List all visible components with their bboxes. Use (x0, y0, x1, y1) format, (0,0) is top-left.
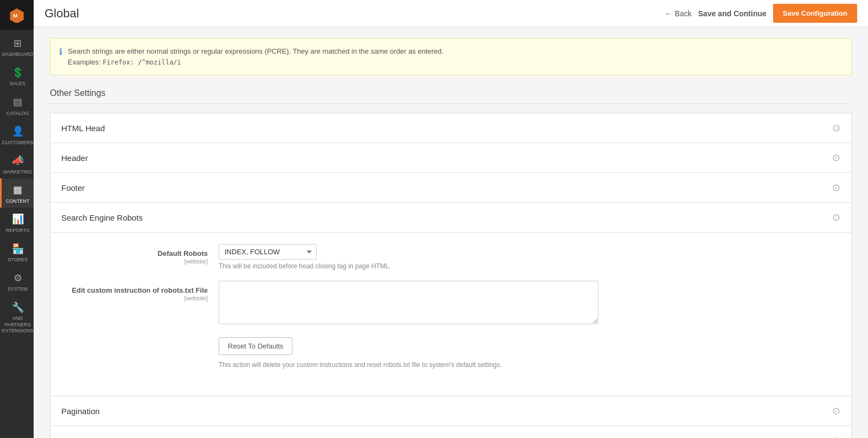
panel-search-engine-robots-toggle: ⊙ (832, 211, 840, 223)
sidebar-item-extensions-label: AND PARTNERS EXTENSIONS (2, 315, 34, 334)
extensions-icon: 🔧 (12, 301, 24, 314)
svg-text:M: M (13, 12, 17, 18)
panel-pagination-header[interactable]: Pagination ⊙ (50, 396, 851, 426)
info-example-label: Examples: (68, 58, 101, 66)
panel-footer-toggle: ⊙ (832, 182, 840, 194)
sidebar-item-system-label: SYSTEM (8, 286, 28, 293)
panel-header: Header ⊙ (50, 143, 852, 172)
sidebar-item-stores-label: STORES (8, 257, 28, 263)
sidebar-item-extensions[interactable]: 🔧 AND PARTNERS EXTENSIONS (0, 296, 34, 338)
panel-pagination-toggle: ⊙ (832, 405, 840, 417)
panel-footer: Footer ⊙ (50, 172, 852, 202)
info-box: ℹ Search strings are either normal strin… (50, 38, 852, 75)
sidebar-logo: M (0, 0, 34, 30)
topbar: Global ← Back Save and Continue Save Con… (34, 0, 868, 27)
sidebar: M ⊞ DASHBOARD 💲 SALES ▤ CATALOG 👤 CUSTOM… (0, 0, 34, 438)
panel-footer-title: Footer (61, 183, 85, 192)
save-config-button[interactable]: Save Configuration (773, 4, 857, 23)
panel-watermarks-header[interactable]: Product Image Watermarks ⊙ (50, 426, 851, 438)
sidebar-item-customers[interactable]: 👤 CUSTOMERS (0, 120, 34, 149)
panel-watermarks-toggle: ⊙ (832, 435, 840, 438)
topbar-actions: ← Back Save and Continue Save Configurat… (665, 4, 857, 23)
panels-container: HTML Head ⊙ Header ⊙ Footer ⊙ (50, 113, 852, 438)
save-continue-label: Save and Continue (698, 9, 767, 18)
panel-html-head-toggle: ⊙ (832, 122, 840, 134)
reset-label-col (67, 337, 219, 342)
reports-icon: 📊 (12, 213, 24, 226)
panel-watermarks: Product Image Watermarks ⊙ (50, 426, 852, 438)
panel-search-engine-robots-header[interactable]: Search Engine Robots ⊙ (50, 203, 851, 233)
section-heading: Other Settings (50, 88, 852, 104)
back-arrow-icon: ← (665, 9, 672, 18)
sidebar-item-reports[interactable]: 📊 Reports (0, 208, 34, 237)
save-config-label: Save Configuration (783, 9, 847, 17)
default-robots-select[interactable]: INDEX, FOLLOW NOINDEX, NOFOLLOW NOINDEX,… (219, 244, 317, 260)
panel-html-head: HTML Head ⊙ (50, 113, 852, 143)
reset-control: Reset To Defaults This action will delet… (219, 337, 835, 369)
edit-custom-control (219, 281, 835, 326)
edit-custom-label-col: Edit custom instruction of robots.txt Fi… (67, 281, 219, 301)
sidebar-item-dashboard[interactable]: ⊞ DASHBOARD (0, 32, 34, 61)
content-area: ℹ Search strings are either normal strin… (34, 27, 868, 438)
panel-header-title: Header (61, 153, 88, 163)
panel-search-engine-robots-title: Search Engine Robots (61, 213, 143, 222)
catalog-icon: ▤ (13, 96, 22, 108)
reset-row: Reset To Defaults This action will delet… (67, 337, 835, 369)
sales-icon: 💲 (12, 67, 24, 79)
panel-html-head-header[interactable]: HTML Head ⊙ (50, 113, 851, 143)
panel-search-engine-robots: Search Engine Robots ⊙ Default Robots [w… (50, 202, 852, 396)
marketing-icon: 📣 (12, 154, 24, 167)
info-icon: ℹ (59, 47, 62, 57)
default-robots-row: Default Robots [website] INDEX, FOLLOW N… (67, 244, 835, 270)
default-robots-label-col: Default Robots [website] (67, 244, 219, 265)
panel-header-header[interactable]: Header ⊙ (50, 143, 851, 172)
save-continue-button[interactable]: Save and Continue (698, 9, 767, 18)
back-button-label: Back (675, 9, 692, 18)
panel-html-head-title: HTML Head (61, 124, 105, 133)
edit-custom-sublabel: [website] (67, 295, 208, 301)
content-icon: ▦ (13, 184, 22, 196)
sidebar-item-sales[interactable]: 💲 SALES (0, 61, 34, 91)
back-button[interactable]: ← Back (665, 9, 692, 18)
default-robots-label: Default Robots (158, 249, 208, 257)
system-icon: ⚙ (14, 272, 22, 285)
sidebar-item-marketing-label: MARKETING (3, 169, 33, 176)
panel-search-engine-robots-body: Default Robots [website] INDEX, FOLLOW N… (50, 233, 851, 396)
sidebar-item-reports-label: Reports (6, 228, 29, 234)
sidebar-item-catalog[interactable]: ▤ CATALOG (0, 91, 34, 120)
info-text: Search strings are either normal strings… (68, 46, 444, 67)
customers-icon: 👤 (12, 125, 24, 138)
info-main-text: Search strings are either normal strings… (68, 47, 444, 55)
edit-custom-label: Edit custom instruction of robots.txt Fi… (72, 286, 208, 294)
robots-txt-textarea[interactable] (219, 281, 598, 324)
stores-icon: 🏪 (12, 243, 24, 255)
panel-watermarks-title: Product Image Watermarks (61, 436, 160, 439)
page-title: Global (44, 7, 79, 21)
sidebar-item-dashboard-label: DASHBOARD (2, 51, 33, 58)
sidebar-item-stores[interactable]: 🏪 STORES (0, 237, 34, 267)
sidebar-item-marketing[interactable]: 📣 MARKETING (0, 149, 34, 178)
edit-custom-row: Edit custom instruction of robots.txt Fi… (67, 281, 835, 326)
default-robots-control: INDEX, FOLLOW NOINDEX, NOFOLLOW NOINDEX,… (219, 244, 835, 270)
panel-pagination-title: Pagination (61, 407, 100, 416)
reset-note: This action will delete your custom inst… (219, 361, 835, 369)
panel-header-toggle: ⊙ (832, 152, 840, 164)
panel-pagination: Pagination ⊙ (50, 396, 852, 426)
reset-to-defaults-button[interactable]: Reset To Defaults (219, 337, 292, 355)
default-robots-sublabel: [website] (67, 258, 208, 265)
sidebar-item-sales-label: SALES (10, 81, 25, 87)
main-area: Global ← Back Save and Continue Save Con… (34, 0, 868, 438)
sidebar-item-content[interactable]: ▦ CONTENT (0, 178, 34, 208)
sidebar-item-content-label: CONTENT (6, 198, 30, 205)
sidebar-item-catalog-label: CATALOG (7, 111, 29, 117)
sidebar-item-customers-label: CUSTOMERS (2, 140, 33, 146)
info-example-code: Firefox: /^mozilla/i (103, 59, 181, 66)
default-robots-note: This will be included before head closin… (219, 262, 835, 270)
panel-footer-header[interactable]: Footer ⊙ (50, 173, 851, 202)
sidebar-item-system[interactable]: ⚙ SYSTEM (0, 267, 34, 296)
dashboard-icon: ⊞ (14, 37, 22, 50)
